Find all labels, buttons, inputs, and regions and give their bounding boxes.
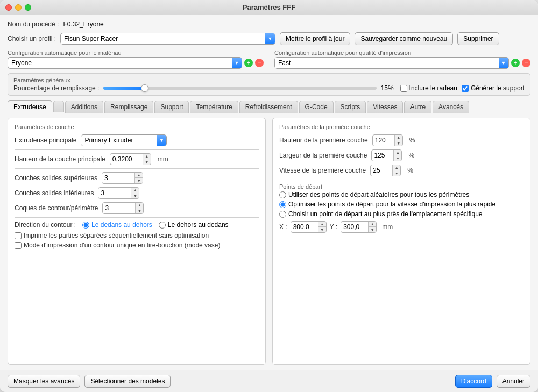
coord-y-up[interactable]: ▲ bbox=[369, 222, 376, 227]
top-solid-up[interactable]: ▲ bbox=[135, 173, 143, 178]
first-height-up[interactable]: ▲ bbox=[395, 135, 402, 140]
extruder-combo[interactable]: Primary Extruder ▼ bbox=[81, 134, 167, 146]
tab-additions[interactable]: Additions bbox=[65, 101, 103, 113]
first-width-up[interactable]: ▲ bbox=[394, 150, 401, 155]
fill-slider[interactable] bbox=[103, 87, 376, 90]
process-name-value: F0.32_Eryone bbox=[63, 20, 103, 28]
quality-add-button[interactable]: + bbox=[511, 59, 520, 67]
material-combo[interactable]: Eryone ▼ bbox=[8, 57, 242, 69]
tab-gcode[interactable]: G-Code bbox=[299, 101, 334, 113]
bottom-solid-label: Couches solides inférieures bbox=[15, 189, 94, 197]
include-raft-checkbox[interactable] bbox=[400, 85, 407, 92]
tab-remplissage[interactable]: Remplissage bbox=[104, 101, 153, 113]
coord-x-input[interactable] bbox=[291, 222, 318, 232]
radio3-row: Choisir un point de départ au plus près … bbox=[279, 210, 523, 218]
auto-config-material: Configuration automatique pour le matéri… bbox=[8, 49, 264, 69]
top-solid-row: Couches solides supérieures ▲ ▼ bbox=[15, 172, 259, 184]
coord-x-up[interactable]: ▲ bbox=[318, 222, 326, 227]
bottom-solid-up[interactable]: ▲ bbox=[131, 188, 139, 193]
top-solid-input[interactable] bbox=[102, 173, 134, 183]
window-title: Paramètres FFF bbox=[243, 3, 295, 11]
tab-content: Paramètres de couche Extrudeuse principa… bbox=[8, 118, 530, 365]
coord-x-down[interactable]: ▼ bbox=[318, 227, 326, 232]
shell-down[interactable]: ▼ bbox=[136, 208, 143, 213]
sequential-checkbox[interactable] bbox=[15, 232, 22, 239]
auto-config-quality: Configuration automatique pour qualité d… bbox=[274, 49, 530, 69]
delete-button[interactable]: Supprimer bbox=[457, 32, 499, 45]
include-raft-label: Inclure le radeau bbox=[400, 84, 457, 92]
profile-value: Flsun Super Racer bbox=[61, 35, 265, 42]
material-add-button[interactable]: + bbox=[244, 59, 253, 67]
general-params-title: Paramètres généraux bbox=[13, 77, 525, 83]
ok-button[interactable]: D'accord bbox=[455, 375, 492, 388]
vase-checkbox[interactable] bbox=[15, 242, 22, 249]
left-panel: Paramètres de couche Extrudeuse principa… bbox=[8, 118, 266, 365]
minimize-button[interactable] bbox=[15, 4, 22, 11]
quality-dropdown-arrow[interactable]: ▼ bbox=[499, 58, 508, 68]
tab-support[interactable]: Support bbox=[154, 101, 189, 113]
material-remove-button[interactable]: − bbox=[255, 59, 264, 67]
shell-spinners: ▲ ▼ bbox=[135, 203, 143, 213]
bottom-solid-input[interactable] bbox=[98, 188, 131, 198]
shell-input[interactable] bbox=[103, 203, 135, 213]
tab-spacer bbox=[53, 101, 64, 112]
update-profile-button[interactable]: Mettre le profil à jour bbox=[280, 32, 350, 45]
fill-label: Pourcentage de remplissage : bbox=[13, 84, 99, 92]
direction-inside-out-radio[interactable] bbox=[82, 222, 89, 229]
first-speed-down[interactable]: ▼ bbox=[393, 170, 400, 176]
first-speed-input[interactable] bbox=[371, 165, 392, 176]
footer-right: D'accord Annuler bbox=[455, 375, 530, 388]
layer-height-row: Hauteur de la couche principale ▲ ▼ mm bbox=[15, 153, 259, 165]
tab-refroidissement[interactable]: Refroidissement bbox=[239, 101, 298, 113]
bottom-solid-down[interactable]: ▼ bbox=[131, 193, 139, 198]
radio3-input[interactable] bbox=[279, 211, 286, 218]
main-window: Paramètres FFF Nom du procédé : F0.32_Er… bbox=[0, 0, 538, 392]
maximize-button[interactable] bbox=[25, 4, 31, 11]
layer-height-up[interactable]: ▲ bbox=[143, 154, 151, 159]
first-height-down[interactable]: ▼ bbox=[395, 140, 402, 146]
tab-extrudeuse[interactable]: Extrudeuse bbox=[8, 100, 52, 113]
close-button[interactable] bbox=[5, 4, 12, 11]
save-new-button[interactable]: Sauvegarder comme nouveau bbox=[355, 32, 453, 45]
first-width-down[interactable]: ▼ bbox=[394, 155, 401, 161]
radio1-input[interactable] bbox=[279, 191, 286, 198]
bottom-solid-input-group: ▲ ▼ bbox=[98, 187, 139, 199]
tab-temperature[interactable]: Température bbox=[190, 101, 238, 113]
profile-row: Choisir un profil : Flsun Super Racer ▼ … bbox=[8, 32, 530, 45]
coord-y-spinners: ▲ ▼ bbox=[368, 222, 376, 232]
extruder-dropdown-arrow[interactable]: ▼ bbox=[157, 135, 166, 146]
start-points-section: Points de départ Utiliser des points de … bbox=[279, 183, 523, 233]
material-dropdown-arrow[interactable]: ▼ bbox=[232, 58, 242, 68]
coord-y-input[interactable] bbox=[341, 222, 368, 232]
select-models-button[interactable]: Sélectionner des modèles bbox=[84, 375, 171, 388]
tab-vitesses[interactable]: Vitesses bbox=[367, 101, 403, 113]
shell-row: Coques de contour/périmètre ▲ ▼ bbox=[15, 202, 259, 214]
profile-combo[interactable]: Flsun Super Racer ▼ bbox=[60, 33, 275, 45]
fill-slider-thumb[interactable] bbox=[141, 84, 148, 92]
quality-combo[interactable]: Fast ▼ bbox=[274, 57, 509, 69]
first-height-row: Hauteur de la première couche ▲ ▼ % bbox=[279, 134, 523, 146]
layer-height-unit: mm bbox=[158, 155, 168, 163]
profile-dropdown-arrow[interactable]: ▼ bbox=[265, 33, 275, 44]
first-width-input[interactable] bbox=[372, 150, 393, 161]
first-height-input[interactable] bbox=[373, 135, 394, 146]
tab-autre[interactable]: Autre bbox=[404, 101, 431, 113]
layer-height-down[interactable]: ▼ bbox=[143, 159, 151, 165]
radio2-input[interactable] bbox=[279, 201, 286, 208]
coord-x-label: X : bbox=[279, 223, 287, 231]
direction-outside-in-label: Le dehors au dedans bbox=[159, 221, 229, 229]
generate-support-checkbox[interactable] bbox=[462, 85, 469, 92]
direction-outside-in-radio[interactable] bbox=[159, 222, 166, 229]
quality-remove-button[interactable]: − bbox=[522, 59, 530, 67]
layer-height-input[interactable] bbox=[110, 154, 143, 165]
tab-avances[interactable]: Avancés bbox=[433, 101, 469, 113]
coord-y-down[interactable]: ▼ bbox=[369, 227, 376, 232]
extruder-principal-label: Extrudeuse principale bbox=[15, 137, 76, 144]
first-width-unit: % bbox=[408, 152, 414, 159]
cancel-button[interactable]: Annuler bbox=[497, 375, 530, 388]
hide-advanced-button[interactable]: Masquer les avancés bbox=[8, 375, 80, 388]
shell-up[interactable]: ▲ bbox=[136, 203, 143, 208]
top-solid-down[interactable]: ▼ bbox=[135, 178, 143, 183]
tab-scripts[interactable]: Scripts bbox=[335, 101, 366, 113]
first-speed-up[interactable]: ▲ bbox=[393, 165, 400, 170]
